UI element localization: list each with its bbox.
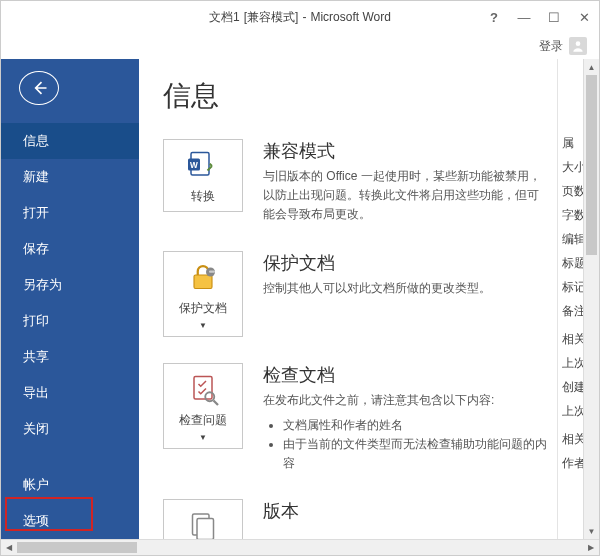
prop-row: 备注	[562, 303, 581, 319]
title-sep: -	[302, 10, 306, 24]
scroll-thumb[interactable]	[586, 75, 597, 255]
section-desc: 控制其他人可以对此文档所做的更改类型。	[263, 279, 549, 298]
prop-row: 标题	[562, 255, 581, 271]
svg-rect-6	[209, 270, 215, 272]
prop-row: 大小	[562, 159, 581, 175]
props-header: 属	[562, 135, 581, 151]
sidebar-item-label: 打印	[23, 313, 49, 328]
svg-point-0	[576, 41, 581, 46]
sidebar-item-open[interactable]: 打开	[1, 195, 139, 231]
section-heading: 兼容模式	[263, 139, 549, 163]
title-caption: 文档1 [兼容模式] - Microsoft Word	[209, 9, 391, 26]
prop-row: 上次	[562, 355, 581, 371]
window-shell: 文档1 [兼容模式] - Microsoft Word ? — ☐ ✕ 登录 信…	[0, 0, 600, 556]
main-pane: 信息 W 转换 兼容模式 与旧版本的 Office 一	[139, 59, 599, 539]
app-name: Microsoft Word	[310, 10, 390, 24]
horizontal-scrollbar[interactable]: ◀ ▶	[1, 539, 599, 555]
lock-icon	[185, 260, 221, 296]
sidebar-item-label: 帐户	[23, 477, 49, 492]
section-versions: 版本	[163, 499, 557, 539]
prop-row: 标记	[562, 279, 581, 295]
button-label: 转换	[191, 188, 215, 205]
window-controls: ? — ☐ ✕	[479, 1, 599, 33]
svg-text:W: W	[190, 161, 198, 170]
minimize-button[interactable]: —	[509, 10, 539, 25]
prop-row: 上次	[562, 403, 581, 419]
title-bar: 文档1 [兼容模式] - Microsoft Word ? — ☐ ✕	[1, 1, 599, 33]
props-header: 相关	[562, 331, 581, 347]
prop-row: 字数	[562, 207, 581, 223]
chevron-down-icon: ▼	[199, 433, 207, 442]
sidebar-item-label: 信息	[23, 133, 49, 148]
sidebar-item-share[interactable]: 共享	[1, 339, 139, 375]
restore-button[interactable]: ☐	[539, 10, 569, 25]
sidebar-item-export[interactable]: 导出	[1, 375, 139, 411]
help-button[interactable]: ?	[479, 10, 509, 25]
convert-icon: W	[185, 148, 221, 184]
sidebar-item-new[interactable]: 新建	[1, 159, 139, 195]
sidebar-item-print[interactable]: 打印	[1, 303, 139, 339]
svg-line-9	[214, 400, 219, 405]
scroll-thumb[interactable]	[17, 542, 137, 553]
doc-name: 文档1	[209, 9, 240, 26]
main-scroll: 信息 W 转换 兼容模式 与旧版本的 Office 一	[139, 59, 557, 539]
svg-rect-7	[194, 376, 212, 399]
inspect-button[interactable]: 检查问题 ▼	[163, 363, 243, 449]
section-heading: 保护文档	[263, 251, 549, 275]
protect-button[interactable]: 保护文档 ▼	[163, 251, 243, 337]
svg-rect-4	[194, 275, 212, 289]
props-header: 相关	[562, 431, 581, 447]
avatar-icon[interactable]	[569, 37, 587, 55]
sidebar-item-account[interactable]: 帐户	[1, 467, 139, 503]
sidebar-item-info[interactable]: 信息	[1, 123, 139, 159]
convert-button[interactable]: W 转换	[163, 139, 243, 212]
prop-row: 页数	[562, 183, 581, 199]
button-label: 检查问题	[179, 412, 227, 429]
button-label: 保护文档	[179, 300, 227, 317]
section-compat: W 转换 兼容模式 与旧版本的 Office 一起使用时，某些新功能被禁用，以防…	[163, 139, 557, 225]
section-protect: 保护文档 ▼ 保护文档 控制其他人可以对此文档所做的更改类型。	[163, 251, 557, 337]
sidebar-item-label: 导出	[23, 385, 49, 400]
scroll-down-arrow[interactable]: ▼	[584, 523, 599, 539]
section-heading: 版本	[263, 499, 549, 523]
prop-row: 编辑	[562, 231, 581, 247]
versions-icon	[185, 508, 221, 539]
sidebar-item-label: 关闭	[23, 421, 49, 436]
sidebar-item-label: 共享	[23, 349, 49, 364]
scroll-left-arrow[interactable]: ◀	[1, 540, 17, 555]
sidebar-item-label: 打开	[23, 205, 49, 220]
sidebar-item-label: 新建	[23, 169, 49, 184]
backstage-body: 信息 新建 打开 保存 另存为 打印 共享 导出 关闭 帐户 选项 信息	[1, 59, 599, 539]
chevron-down-icon: ▼	[199, 321, 207, 330]
scroll-up-arrow[interactable]: ▲	[584, 59, 599, 75]
section-desc: 与旧版本的 Office 一起使用时，某些新功能被禁用，以防止出现问题。转换此文…	[263, 167, 549, 225]
compat-mode-tag: [兼容模式]	[244, 9, 299, 26]
inspect-bullet: 由于当前的文件类型而无法检查辅助功能问题的内容	[283, 435, 549, 473]
prop-row: 作者	[562, 455, 581, 471]
svg-rect-11	[197, 519, 214, 539]
signin-link[interactable]: 登录	[539, 38, 563, 55]
properties-panel: 属 大小 页数 字数 编辑 标题 标记 备注 相关 上次 创建 上次 相关 作者	[557, 59, 583, 539]
scroll-track[interactable]	[584, 75, 599, 523]
scroll-track[interactable]	[17, 540, 583, 555]
sidebar-item-label: 选项	[23, 513, 49, 528]
section-heading: 检查文档	[263, 363, 549, 387]
sidebar-item-save[interactable]: 保存	[1, 231, 139, 267]
sidebar: 信息 新建 打开 保存 另存为 打印 共享 导出 关闭 帐户 选项	[1, 59, 139, 539]
inspect-icon	[185, 372, 221, 408]
vertical-scrollbar[interactable]: ▲ ▼	[583, 59, 599, 539]
signin-row: 登录	[1, 33, 599, 59]
close-button[interactable]: ✕	[569, 10, 599, 25]
sidebar-item-label: 保存	[23, 241, 49, 256]
sidebar-item-close[interactable]: 关闭	[1, 411, 139, 447]
section-desc: 在发布此文件之前，请注意其包含以下内容: 文档属性和作者的姓名 由于当前的文件类…	[263, 391, 549, 474]
back-button[interactable]	[19, 71, 59, 105]
versions-button[interactable]	[163, 499, 243, 539]
sidebar-item-options[interactable]: 选项	[1, 503, 139, 539]
inspect-desc-text: 在发布此文件之前，请注意其包含以下内容:	[263, 393, 494, 407]
sidebar-item-saveas[interactable]: 另存为	[1, 267, 139, 303]
scroll-right-arrow[interactable]: ▶	[583, 540, 599, 555]
inspect-bullet: 文档属性和作者的姓名	[283, 416, 549, 435]
page-title: 信息	[163, 77, 557, 115]
section-inspect: 检查问题 ▼ 检查文档 在发布此文件之前，请注意其包含以下内容: 文档属性和作者…	[163, 363, 557, 474]
